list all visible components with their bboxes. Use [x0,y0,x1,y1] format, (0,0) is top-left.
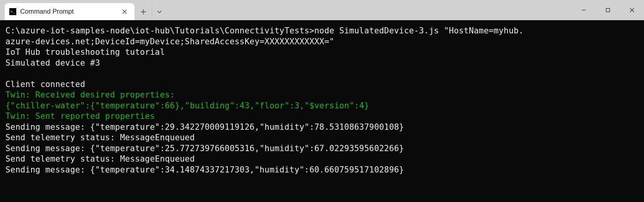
terminal-line: Sending message: {"temperature":29.34227… [5,122,639,133]
terminal-line: Client connected [5,79,639,90]
titlebar-left-group: >_ Command Prompt [0,0,166,20]
terminal-line: azure-devices.net;DeviceId=myDevice;Shar… [5,37,639,47]
terminal-line: Send telemetry status: MessageEnqueued [5,154,639,165]
terminal-line: Twin: Received desired properties: [5,90,639,101]
tab-title: Command Prompt [20,8,116,16]
terminal-line: Simulated device #3 [5,58,639,69]
terminal-line: IoT Hub troubleshooting tutorial [5,47,639,58]
terminal-line: Sending message: {"temperature":34.14874… [5,165,639,176]
chevron-down-icon [157,9,162,14]
plus-icon [140,9,146,15]
close-icon [629,7,635,13]
terminal-line: Send telemetry status: MessageEnqueued [5,132,639,143]
window-titlebar: >_ Command Prompt [0,0,644,20]
tab-command-prompt[interactable]: >_ Command Prompt [5,3,135,20]
maximize-icon [605,7,611,13]
terminal-line: Sending message: {"temperature":25.77273… [5,143,639,154]
terminal-line: Twin: Sent reported properties [5,111,639,122]
command-prompt-icon: >_ [9,8,16,15]
minimize-icon [581,7,587,13]
terminal-output[interactable]: C:\azure-iot-samples-node\iot-hub\Tutori… [0,20,644,181]
terminal-line: {"chiller-water":{"temperature":66},"bui… [5,101,639,111]
terminal-line: C:\azure-iot-samples-node\iot-hub\Tutori… [5,26,639,37]
tab-dropdown-button[interactable] [152,3,166,20]
terminal-line [5,68,639,79]
window-controls [572,0,644,20]
svg-rect-0 [606,9,610,12]
tab-close-button[interactable] [120,7,129,16]
maximize-button[interactable] [596,0,620,20]
close-icon [122,9,127,14]
new-tab-button[interactable] [135,3,152,20]
minimize-button[interactable] [572,0,596,20]
close-window-button[interactable] [620,0,644,20]
